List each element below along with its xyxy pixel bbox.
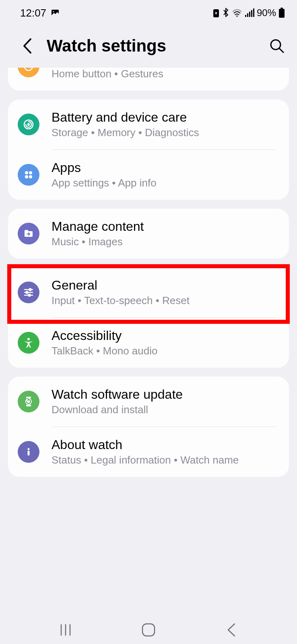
svg-rect-32 [28,451,30,456]
folder-arrow-icon [18,223,39,244]
battery-saver-icon [212,8,220,18]
settings-item[interactable]: Home button • Gestures [8,68,289,91]
item-title: Accessibility [52,328,277,343]
recents-button[interactable] [50,622,82,638]
settings-group: Watch software updateDownload and instal… [8,377,289,477]
signal-icon [245,8,254,17]
item-text: Manage contentMusic • Images [52,219,277,248]
settings-item[interactable]: Watch software updateDownload and instal… [8,377,289,427]
update-icon [18,391,39,412]
item-text: About watchStatus • Legal information • … [52,437,277,466]
svg-point-3 [236,16,237,17]
battery-icon [278,8,285,18]
item-title: About watch [52,437,277,452]
svg-point-13 [25,68,33,70]
settings-item[interactable]: AccessibilityTalkBack • Mono audio [8,318,289,368]
item-subtitle: Storage • Memory • Diagnostics [52,126,277,139]
item-text: Battery and device careStorage • Memory … [52,110,277,139]
item-subtitle: Download and install [52,404,277,416]
settings-group: Manage contentMusic • Images [8,209,289,259]
svg-rect-36 [142,624,155,636]
svg-point-19 [29,175,32,178]
svg-rect-8 [253,8,254,17]
wifi-icon [232,8,242,17]
svg-rect-10 [279,9,285,18]
item-title: General [52,278,277,293]
svg-rect-5 [247,13,248,17]
svg-point-24 [26,292,28,294]
page-title: Watch settings [47,36,258,56]
item-subtitle: Home button • Gestures [52,68,277,80]
battery-percent: 90% [257,7,276,19]
item-subtitle: Status • Legal information • Watch name [52,454,277,466]
bluetooth-icon [222,8,229,18]
settings-group: GeneralInput • Text-to-speech • ResetAcc… [8,267,289,368]
item-title: Watch software update [52,387,277,402]
home-gesture-icon [18,68,39,77]
item-text: GeneralInput • Text-to-speech • Reset [52,278,277,307]
settings-item[interactable]: About watchStatus • Legal information • … [8,427,289,477]
svg-rect-29 [26,405,31,406]
accessibility-icon [18,332,39,354]
item-subtitle: Input • Text-to-speech • Reset [52,294,277,307]
sliders-icon [18,282,39,303]
info-icon [18,441,39,463]
item-subtitle: TalkBack • Mono audio [52,345,277,357]
page-header: Watch settings [0,24,297,68]
item-text: AppsApp settings • App info [52,160,277,189]
svg-point-31 [28,448,30,450]
settings-item[interactable]: GeneralInput • Text-to-speech • Reset [8,267,289,317]
status-right: 90% [212,7,285,19]
item-text: AccessibilityTalkBack • Mono audio [52,328,277,357]
settings-item[interactable]: AppsApp settings • App info [8,150,289,200]
search-button[interactable] [269,38,285,54]
settings-list: Home button • GesturesBattery and device… [0,68,297,477]
svg-rect-4 [245,15,246,17]
svg-point-16 [25,171,28,174]
item-title: Apps [52,160,277,175]
apps-icon [18,164,39,186]
settings-group: Home button • Gestures [8,68,289,91]
svg-point-18 [25,175,28,178]
settings-group: Battery and device careStorage • Memory … [8,99,289,200]
settings-item[interactable]: Battery and device careStorage • Memory … [8,99,289,149]
svg-point-22 [29,289,31,291]
item-title: Battery and device care [52,110,277,125]
svg-point-26 [29,294,31,296]
item-subtitle: Music • Images [52,236,277,248]
item-title: Manage content [52,219,277,234]
status-bar: 12:07 90% [0,0,297,24]
navigation-bar [0,616,297,644]
picture-icon [50,8,60,18]
svg-rect-9 [280,8,283,9]
svg-point-15 [28,124,29,125]
svg-point-1 [53,11,54,12]
svg-point-27 [27,338,30,340]
status-time: 12:07 [20,7,46,19]
device-care-icon [18,114,39,135]
svg-rect-28 [26,397,31,398]
back-button[interactable] [19,38,35,54]
svg-rect-7 [251,10,252,17]
home-button[interactable] [132,622,165,638]
item-text: Watch software updateDownload and instal… [52,387,277,416]
svg-line-12 [279,48,283,52]
svg-point-17 [29,171,32,174]
status-left: 12:07 [20,7,60,19]
nav-back-button[interactable] [215,622,248,638]
settings-item[interactable]: Manage contentMusic • Images [8,209,289,259]
item-subtitle: App settings • App info [52,177,277,189]
item-text: Home button • Gestures [52,68,277,80]
svg-rect-6 [249,12,250,17]
